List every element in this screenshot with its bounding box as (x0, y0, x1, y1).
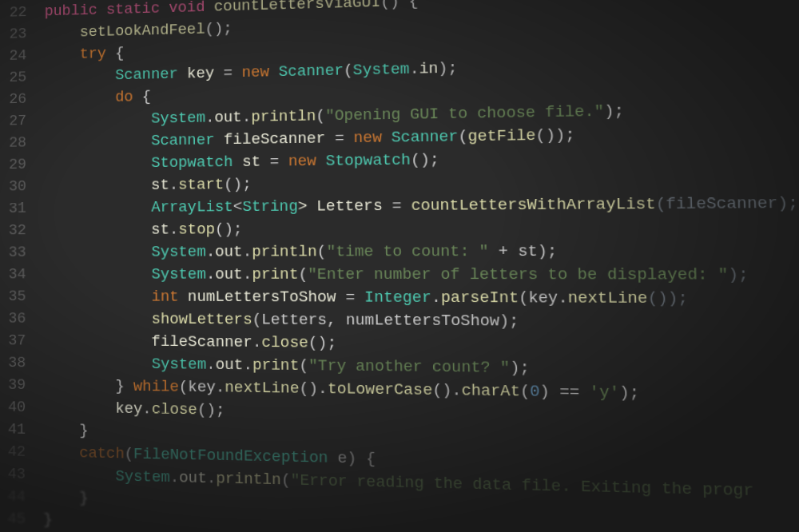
code-token: new (353, 129, 382, 146)
code-token: st (233, 153, 270, 170)
code-token: . (206, 244, 216, 260)
code-token: System (151, 109, 205, 127)
code-token: "Enter number of letters to be displayed… (308, 266, 728, 284)
line-number: 26 (6, 88, 30, 110)
code-token: System (152, 355, 207, 373)
code-token: public (45, 2, 97, 19)
code-token: System (151, 244, 205, 260)
code-token: (); (197, 402, 225, 419)
code-token: . (205, 109, 214, 126)
line-number: 27 (6, 110, 30, 133)
code-token: + st); (489, 243, 558, 260)
code-token: out (215, 266, 243, 283)
code-token: ); (604, 102, 624, 120)
code-token (44, 199, 151, 216)
code-token: out (216, 356, 244, 373)
code-token: start (178, 177, 224, 193)
code-token: System (353, 61, 410, 78)
line-number: 32 (5, 220, 30, 242)
code-token: > Letters (298, 197, 392, 215)
line-number: 42 (4, 441, 29, 464)
code-token: ( (317, 244, 327, 260)
code-token: ( (298, 266, 308, 283)
code-token: } (44, 377, 133, 395)
code-token: = (224, 65, 233, 81)
code-token: void (169, 0, 205, 16)
code-token: st (44, 177, 169, 194)
code-token: . (242, 109, 252, 125)
line-number: 28 (6, 132, 30, 154)
code-token: ); (619, 384, 640, 402)
code-token: . (142, 401, 151, 418)
line-number-gutter: 2223242526272829303132333435363738394041… (0, 0, 38, 532)
code-token: int (151, 288, 178, 305)
code-token: println (251, 108, 316, 125)
code-token: (). (299, 380, 327, 398)
code-token: "Opening GUI to choose file." (325, 103, 604, 125)
code-token: . (206, 266, 216, 283)
code-token: . (410, 61, 419, 77)
code-token: Stopwatch (325, 152, 411, 169)
code-token: . (243, 356, 252, 373)
line-number: 40 (4, 396, 29, 419)
code-area[interactable]: public static void countLettersViaGUI() … (37, 0, 799, 532)
code-token: Scanner (115, 66, 178, 83)
code-token: key (44, 399, 143, 418)
code-token: parseInt (441, 289, 519, 307)
code-token (44, 133, 151, 150)
code-token: ) (539, 383, 559, 400)
code-token (279, 153, 288, 170)
code-line[interactable]: System.out.println("time to count: " + s… (44, 239, 799, 263)
code-editor[interactable]: 2223242526272829303132333435363738394041… (0, 0, 799, 532)
line-number: 35 (5, 285, 30, 308)
code-token: countLettersViaGUI (214, 0, 380, 15)
code-token: numLettersToShow (179, 288, 346, 306)
code-token: e) { (328, 450, 376, 468)
code-token (97, 2, 106, 18)
code-token: } (43, 489, 88, 506)
line-number: 44 (4, 485, 29, 508)
code-token: . (243, 266, 252, 283)
code-token (344, 129, 354, 146)
code-token (45, 67, 116, 85)
code-token: ( (281, 471, 291, 489)
code-token: Stopwatch (151, 153, 233, 171)
code-token: Scanner (392, 128, 459, 145)
code-token: println (216, 470, 281, 488)
line-number: 39 (5, 374, 30, 396)
code-token: static (106, 0, 160, 18)
line-number: 22 (6, 2, 30, 24)
code-token: Scanner (279, 62, 344, 80)
code-token: getFile (467, 127, 535, 145)
line-number: 43 (4, 463, 29, 486)
code-token: toLowerCase (328, 380, 433, 399)
code-line[interactable]: st.stop(); (44, 215, 799, 241)
code-token (44, 244, 151, 260)
code-token: . (169, 221, 178, 238)
code-token: System (115, 468, 169, 486)
code-token: System (151, 266, 205, 283)
code-token: { (106, 45, 124, 62)
code-token: stop (178, 221, 215, 238)
line-number: 45 (4, 507, 29, 530)
code-token: out (215, 244, 243, 260)
code-token: new (288, 153, 316, 169)
code-token: (); (215, 221, 243, 238)
line-number: 24 (6, 45, 30, 67)
line-number: 33 (5, 241, 30, 264)
code-token (382, 129, 392, 146)
code-token: = (392, 197, 402, 214)
code-token: countLettersWithArrayList (411, 196, 656, 214)
code-token: st (44, 221, 169, 238)
code-token: nextLine (225, 379, 299, 397)
code-token: (); (205, 20, 233, 37)
code-line[interactable]: System.out.print("Enter number of letter… (44, 264, 799, 288)
code-token: showLetters (151, 311, 252, 328)
code-token: } (43, 511, 52, 528)
code-token (233, 65, 242, 81)
code-token: ); (438, 60, 457, 77)
line-number: 30 (5, 176, 30, 198)
code-token: () { (380, 0, 419, 10)
line-number: 29 (5, 153, 30, 176)
code-token: setLookAndFeel (45, 21, 205, 41)
